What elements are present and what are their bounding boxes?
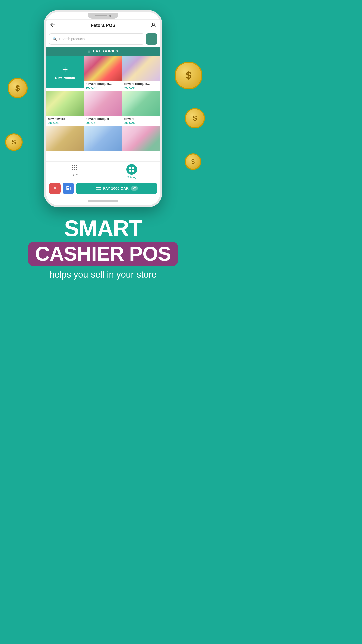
svg-rect-5 [153,36,153,41]
product-info: flowers bouquet 600 QAR [84,116,122,126]
bottom-nav: Keypad Catalog [46,161,160,180]
coin-decoration-tr: $ [175,62,202,89]
svg-rect-3 [151,36,151,41]
product-price: 500 QAR [124,121,158,124]
user-icon[interactable] [151,22,156,29]
helps-text: helps you sell in your store [28,269,178,280]
app-header: Fatora POS [46,20,160,31]
product-info: flowers bouquet... 400 QAR [122,81,160,91]
product-image [122,91,160,116]
search-input-wrap[interactable]: 🔍 Search products ... [49,33,144,45]
product-name [48,152,82,156]
app-title: Fatora POS [91,23,115,28]
svg-rect-2 [150,36,150,41]
product-card[interactable] [46,126,84,161]
save-button[interactable] [63,183,74,194]
product-name [86,152,120,156]
phone-mockup: Fatora POS 🔍 Search products ... [44,10,162,207]
svg-rect-15 [74,169,75,170]
delete-button[interactable]: ✕ [49,183,61,194]
product-info [122,151,160,161]
svg-rect-4 [152,36,152,41]
cashier-badge: CASHIER POS [28,242,178,266]
phone-notch [46,12,160,20]
barcode-scan-button[interactable] [146,33,157,45]
keypad-icon [72,164,78,172]
product-price [124,156,158,159]
product-info [84,151,122,161]
home-bar [88,200,118,202]
coin-decoration-bl: $ [5,133,23,151]
back-icon[interactable] [50,23,56,28]
catalog-icon [126,164,137,175]
svg-rect-13 [76,167,77,168]
svg-rect-1 [149,36,149,41]
product-name: flowers bouquet... [86,82,120,86]
product-image [122,56,160,81]
svg-rect-21 [67,188,69,190]
product-price [48,156,82,159]
notch-speaker [95,15,107,16]
action-bar: ✕ PAY 1000 QAR [46,180,160,198]
svg-rect-6 [154,36,154,41]
categories-label: CATEGORIES [93,49,118,53]
svg-rect-17 [129,167,131,169]
product-price: 600 QAR [86,121,120,124]
product-image [46,126,84,151]
notch-camera [109,15,111,17]
search-bar: 🔍 Search products ... [46,31,160,47]
product-card[interactable]: flowers bouquet... 400 QAR [122,56,160,91]
product-card[interactable]: flowers bouquet... 500 QAR [84,56,122,91]
svg-rect-7 [154,36,154,41]
product-image [84,91,122,116]
svg-rect-24 [96,187,101,188]
svg-rect-8 [72,165,73,166]
notch-cutout [88,13,118,19]
product-card[interactable] [84,126,122,161]
svg-rect-19 [129,170,131,172]
product-image [122,126,160,151]
search-icon: 🔍 [52,37,57,41]
product-card[interactable]: new flowers 900 QAR [46,91,84,126]
close-icon: ✕ [53,186,57,191]
nav-item-catalog[interactable]: Catalog [103,164,160,179]
product-name: flowers bouquet [86,117,120,121]
product-info [46,151,84,161]
product-name: flowers bouquet... [124,82,158,86]
product-name: new flowers [48,117,82,121]
pay-button[interactable]: PAY 1000 QAR x2 [76,183,157,194]
product-card[interactable]: flowers 500 QAR [122,91,160,126]
product-info: flowers bouquet... 500 QAR [84,81,122,91]
coin-decoration-mr: $ [185,108,205,128]
product-name: flowers [124,117,158,121]
product-name [124,152,158,156]
credit-card-icon [96,186,101,191]
grid-icon: ⊞ [88,49,91,53]
product-price [86,156,120,159]
svg-point-0 [152,23,154,25]
svg-rect-14 [72,169,73,170]
cashier-pos-text: CASHIER POS [35,244,171,264]
new-product-card[interactable]: + New Product [46,56,84,88]
product-card[interactable]: flowers bouquet 600 QAR [84,91,122,126]
svg-rect-12 [74,167,75,168]
svg-rect-16 [76,169,77,170]
product-grid: + New Product flowers bouquet... 500 QAR… [46,56,160,161]
svg-rect-9 [74,165,75,166]
marketing-section: SMART CASHIER POS helps you sell in your… [21,207,186,290]
product-image [84,56,122,81]
nav-item-keypad[interactable]: Keypad [46,164,103,179]
product-info: flowers 500 QAR [122,116,160,126]
new-product-label: New Product [55,76,75,80]
new-product-plus-icon: + [62,64,68,74]
save-icon [66,185,71,192]
smart-text: SMART [28,217,178,240]
coin-decoration-br: $ [185,153,201,170]
categories-button[interactable]: ⊞ CATEGORIES [46,47,160,56]
coin-decoration-tl: $ [8,78,28,98]
svg-rect-10 [76,165,77,166]
product-card[interactable] [122,126,160,161]
pay-count-badge: x2 [131,186,138,191]
search-input[interactable]: Search products ... [59,37,89,41]
svg-rect-18 [132,167,134,169]
